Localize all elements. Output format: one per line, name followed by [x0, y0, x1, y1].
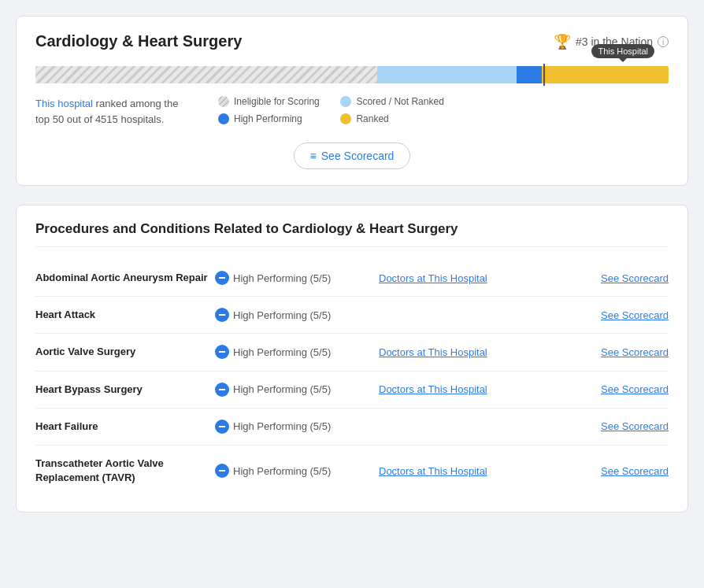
performance-icon — [215, 420, 229, 434]
performance-icon — [215, 271, 229, 285]
procedure-name: Heart Failure — [35, 420, 209, 434]
legend-dot-ineligible — [218, 96, 229, 107]
procedure-row: Aortic Valve Surgery High Performing (5/… — [35, 334, 669, 371]
scorecard-icon: ≡ — [310, 150, 317, 162]
card-title: Cardiology & Heart Surgery — [35, 32, 242, 50]
performance-label: High Performing (5/5) — [233, 420, 331, 432]
procedure-name: Heart Bypass Surgery — [35, 383, 209, 397]
scorecard-label: See Scorecard — [321, 150, 395, 162]
legend-label-scored: Scored / Not Ranked — [356, 96, 443, 107]
legend-dot-ranked — [340, 113, 351, 124]
performance-badge: High Performing (5/5) — [215, 345, 372, 359]
performance-badge: High Performing (5/5) — [215, 420, 372, 434]
performance-label: High Performing (5/5) — [233, 309, 331, 321]
procedure-name: Aortic Valve Surgery — [35, 345, 209, 359]
legend-item-scored: Scored / Not Ranked — [340, 96, 443, 107]
bar-ineligible — [35, 66, 377, 83]
performance-label: High Performing (5/5) — [233, 346, 331, 358]
legend: Ineligible for Scoring Scored / Not Rank… — [218, 96, 444, 124]
legend-dot-scored — [340, 96, 351, 107]
top-card: Cardiology & Heart Surgery 🏆 #3 in the N… — [16, 16, 688, 186]
doctors-link[interactable]: Doctors at This Hospital — [379, 272, 595, 284]
procedure-name: Abdominal Aortic Aneurysm Repair — [35, 271, 209, 285]
see-scorecard-link[interactable]: See Scorecard — [601, 420, 669, 432]
bar-high-performing — [517, 66, 542, 83]
performance-label: High Performing (5/5) — [233, 272, 331, 284]
see-scorecard-link[interactable]: See Scorecard — [601, 309, 669, 321]
legend-label-high: High Performing — [234, 113, 302, 124]
doctors-link[interactable]: Doctors at This Hospital — [379, 465, 595, 477]
performance-label: High Performing (5/5) — [233, 465, 331, 477]
procedure-row: Transcatheter Aortic Valve Replacement (… — [35, 446, 669, 496]
bar-scored — [377, 66, 517, 83]
performance-icon — [215, 464, 229, 478]
top-header: Cardiology & Heart Surgery 🏆 #3 in the N… — [35, 32, 669, 50]
bottom-section: This hospital ranked among the top 50 ou… — [35, 96, 669, 127]
hospital-tooltip: This Hospital — [591, 44, 654, 58]
performance-badge: High Performing (5/5) — [215, 271, 372, 285]
performance-badge: High Performing (5/5) — [215, 308, 372, 322]
procedure-name: Transcatheter Aortic Valve Replacement (… — [35, 457, 209, 485]
procedure-row: Heart Bypass Surgery High Performing (5/… — [35, 372, 669, 409]
procedure-row: Heart Failure High Performing (5/5) See … — [35, 409, 669, 446]
see-scorecard-link[interactable]: See Scorecard — [601, 272, 669, 284]
progress-bar — [35, 66, 669, 83]
procedure-row: Heart Attack High Performing (5/5) See S… — [35, 297, 669, 334]
see-scorecard-link[interactable]: See Scorecard — [601, 346, 669, 358]
scorecard-btn-wrap: ≡ See Scorecard — [35, 142, 669, 169]
legend-item-ineligible: Ineligible for Scoring — [218, 96, 321, 107]
doctors-link[interactable]: Doctors at This Hospital — [379, 383, 595, 395]
bar-ranked — [542, 66, 669, 83]
bar-marker — [543, 64, 545, 86]
legend-label-ineligible: Ineligible for Scoring — [234, 96, 320, 107]
rank-description: This hospital ranked among the top 50 ou… — [35, 96, 193, 127]
see-scorecard-button[interactable]: ≡ See Scorecard — [294, 142, 411, 169]
see-scorecard-link[interactable]: See Scorecard — [601, 465, 669, 477]
info-icon[interactable]: i — [658, 36, 669, 47]
performance-badge: High Performing (5/5) — [215, 383, 372, 397]
procedures-card: Procedures and Conditions Related to Car… — [16, 205, 688, 512]
rank-highlight: This hospital — [35, 98, 93, 109]
legend-item-high: High Performing — [218, 113, 321, 124]
procedures-title: Procedures and Conditions Related to Car… — [35, 221, 669, 247]
performance-icon — [215, 345, 229, 359]
legend-dot-high — [218, 113, 229, 124]
performance-badge: High Performing (5/5) — [215, 464, 372, 478]
legend-label-ranked: Ranked — [356, 113, 388, 124]
procedure-row: Abdominal Aortic Aneurysm Repair High Pe… — [35, 260, 669, 297]
legend-item-ranked: Ranked — [340, 113, 443, 124]
doctors-link[interactable]: Doctors at This Hospital — [379, 346, 595, 358]
procedures-list: Abdominal Aortic Aneurysm Repair High Pe… — [35, 260, 669, 496]
performance-icon — [215, 383, 229, 397]
performance-label: High Performing (5/5) — [233, 383, 331, 395]
progress-area: This Hospital — [35, 66, 669, 83]
procedure-name: Heart Attack — [35, 308, 209, 322]
see-scorecard-link[interactable]: See Scorecard — [601, 383, 669, 395]
trophy-icon: 🏆 — [554, 33, 571, 50]
performance-icon — [215, 308, 229, 322]
